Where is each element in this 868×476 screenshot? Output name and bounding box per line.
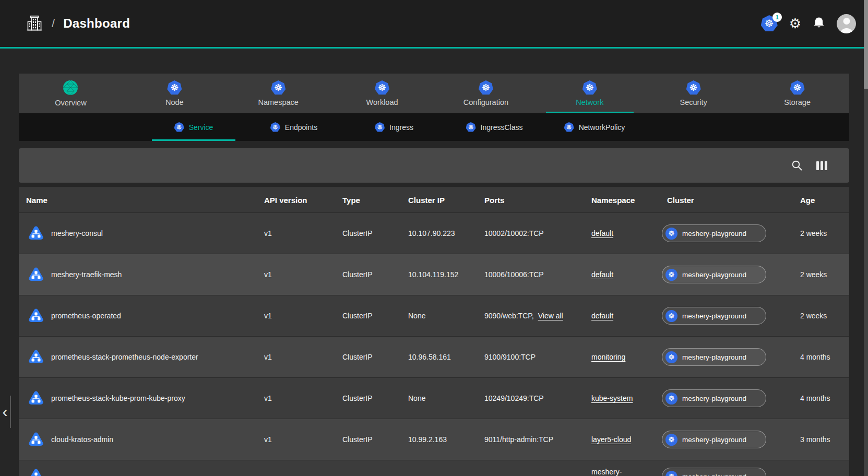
ports-cell: 10006/10006:TCP xyxy=(484,270,548,279)
ports-cell: 9100/9100:TCP xyxy=(484,353,540,361)
ports-value: 9100/9100:TCP xyxy=(484,353,536,361)
kubernetes-icon: ☸ xyxy=(174,122,184,132)
service-type: ClusterIP xyxy=(342,435,373,444)
tab-workload[interactable]: ☸ Workload xyxy=(330,74,434,113)
api-version: v1 xyxy=(264,435,272,444)
api-version: v1 xyxy=(264,312,272,320)
kubernetes-icon: ☸ xyxy=(375,80,389,95)
table-row[interactable]: cloud-kratos-admin v1 ClusterIP 10.99.2.… xyxy=(19,419,849,460)
column-header-api-version[interactable]: API version xyxy=(264,195,307,204)
tab-label: Storage xyxy=(784,98,811,106)
column-header-ports[interactable]: Ports xyxy=(484,195,504,204)
namespace-link[interactable]: layer5-cloud xyxy=(591,435,631,444)
tab-label: Workload xyxy=(366,98,398,106)
ports-value: 9090/web:TCP, xyxy=(484,312,534,320)
service-name: cloud-kratos-admin xyxy=(51,435,113,444)
ports-cell: 10249/10249:TCP xyxy=(484,394,548,402)
user-avatar[interactable] xyxy=(837,14,856,33)
namespace-link[interactable]: default xyxy=(591,229,613,237)
organization-building-icon[interactable] xyxy=(27,15,42,32)
table-row[interactable]: meshery- ☸meshery-playground xyxy=(19,460,849,476)
tab-namespace[interactable]: ☸ Namespace xyxy=(227,74,330,113)
tab-security[interactable]: ☸ Security xyxy=(641,74,745,113)
appbar: / Dashboard ☸ 1 ⚙ xyxy=(0,0,868,49)
kubernetes-icon: ☸ xyxy=(375,122,385,132)
column-header-namespace[interactable]: Namespace xyxy=(591,195,635,204)
cluster-chip[interactable]: ☸meshery-playground xyxy=(662,307,766,325)
column-header-age[interactable]: Age xyxy=(800,195,815,204)
service-name: meshery-traefik-mesh xyxy=(51,270,122,279)
cluster-chip[interactable]: ☸meshery-playground xyxy=(662,348,766,366)
tab-network[interactable]: ☸ Network xyxy=(538,74,641,113)
column-header-type[interactable]: Type xyxy=(342,195,360,204)
cluster-ip: 10.99.2.163 xyxy=(408,435,447,444)
namespace-link[interactable]: default xyxy=(591,312,613,320)
cluster-chip[interactable]: ☸meshery-playground xyxy=(662,266,766,283)
cluster-ip: None xyxy=(408,394,425,402)
tab-overview[interactable]: Overview xyxy=(19,74,123,113)
namespace-link[interactable]: kube-system xyxy=(591,394,633,402)
settings-gear-icon[interactable]: ⚙ xyxy=(789,17,801,30)
kubernetes-context-button[interactable]: ☸ 1 xyxy=(761,15,778,32)
table-toolbar xyxy=(19,148,849,183)
table-row[interactable]: meshery-traefik-mesh v1 ClusterIP 10.104… xyxy=(19,254,849,295)
search-icon[interactable] xyxy=(791,160,803,171)
subtab-endpoints[interactable]: ☸ Endpoints xyxy=(244,113,344,141)
scrollbar-thumb[interactable] xyxy=(864,0,868,89)
avatar-head-shape xyxy=(843,18,850,25)
tab-label: Security xyxy=(680,98,707,106)
ports-cell: 9090/web:TCP,View all xyxy=(484,312,563,320)
namespace-link[interactable]: monitoring xyxy=(591,353,625,361)
cluster-ip: None xyxy=(408,312,425,320)
table-row[interactable]: prometheus-stack-prometheus-node-exporte… xyxy=(19,337,849,378)
subtab-service[interactable]: ☸ Service xyxy=(144,113,244,141)
service-icon xyxy=(28,468,44,476)
view-columns-icon[interactable] xyxy=(816,161,828,170)
cluster-name: meshery-playground xyxy=(682,271,746,279)
kubernetes-icon: ☸ xyxy=(167,80,182,95)
cluster-chip[interactable]: ☸meshery-playground xyxy=(662,431,766,448)
kubernetes-icon: ☸ xyxy=(665,471,677,476)
service-icon xyxy=(28,390,44,407)
tab-configuration[interactable]: ☸ Configuration xyxy=(434,74,538,113)
table-header: Name API version Type Cluster IP Ports N… xyxy=(19,187,849,213)
cluster-name: meshery-playground xyxy=(682,395,746,402)
column-header-name[interactable]: Name xyxy=(26,195,47,204)
namespace-link[interactable]: default xyxy=(591,270,613,279)
kubernetes-icon: ☸ xyxy=(271,80,286,95)
cluster-chip[interactable]: ☸meshery-playground xyxy=(662,389,766,407)
age: 2 weeks xyxy=(800,229,827,237)
column-header-cluster-ip[interactable]: Cluster IP xyxy=(408,195,445,204)
table-row[interactable]: prometheus-operated v1 ClusterIP None 90… xyxy=(19,295,849,337)
table-row[interactable]: meshery-consul v1 ClusterIP 10.107.90.22… xyxy=(19,213,849,254)
kubernetes-icon: ☸ xyxy=(686,80,701,95)
subtab-ingressclass[interactable]: ☸ IngressClass xyxy=(444,113,544,141)
tab-storage[interactable]: ☸ Storage xyxy=(745,74,849,113)
resource-tabs: Overview ☸ Node ☸ Namespace ☸ Workload ☸… xyxy=(19,74,849,113)
notifications-bell-icon[interactable] xyxy=(813,17,825,30)
cluster-name: meshery-playground xyxy=(682,436,746,444)
kubernetes-icon: ☸ xyxy=(790,80,805,95)
drawer-expand-handle[interactable]: ‹ xyxy=(0,396,11,428)
subtab-ingress[interactable]: ☸ Ingress xyxy=(344,113,444,141)
service-icon xyxy=(28,431,44,448)
api-version: v1 xyxy=(264,353,272,361)
subtab-label: IngressClass xyxy=(481,123,523,132)
tab-node[interactable]: ☸ Node xyxy=(123,74,227,113)
cluster-ip: 10.96.58.161 xyxy=(408,353,451,361)
cluster-chip[interactable]: ☸meshery-playground xyxy=(662,468,766,476)
service-name: prometheus-stack-kube-prom-kube-proxy xyxy=(51,394,185,402)
namespace-link[interactable]: meshery- xyxy=(591,468,622,476)
column-header-cluster[interactable]: Cluster xyxy=(667,195,694,204)
chevron-left-icon: ‹ xyxy=(3,404,8,420)
cluster-chip[interactable]: ☸meshery-playground xyxy=(662,224,766,242)
vertical-scrollbar[interactable] xyxy=(864,0,868,476)
subtab-networkpolicy[interactable]: ☸ NetworkPolicy xyxy=(544,113,645,141)
breadcrumb-separator: / xyxy=(52,17,55,30)
ports-cell: 9011/http-admin:TCP xyxy=(484,435,557,444)
cluster-name: meshery-playground xyxy=(682,353,746,361)
table-row[interactable]: prometheus-stack-kube-prom-kube-proxy v1… xyxy=(19,378,849,419)
kubernetes-icon: ☸ xyxy=(582,80,597,95)
page-title: Dashboard xyxy=(63,16,130,31)
view-all-ports-link[interactable]: View all xyxy=(538,312,563,320)
